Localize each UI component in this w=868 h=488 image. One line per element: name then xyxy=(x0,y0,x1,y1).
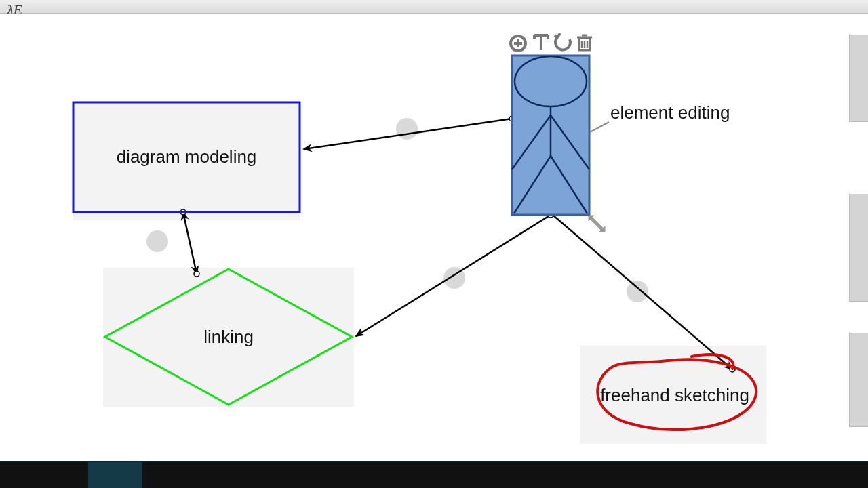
node-element-editing-label: element editing xyxy=(610,102,730,123)
edge-midpoint-handle[interactable] xyxy=(396,118,418,140)
resize-handle-icon[interactable] xyxy=(589,216,605,232)
footer-bar xyxy=(0,461,868,488)
app-toolbar: λE xyxy=(0,0,868,14)
add-icon[interactable] xyxy=(511,36,526,51)
diagram-canvas[interactable]: diagram modeling linking element editing… xyxy=(0,14,868,461)
text-icon[interactable] xyxy=(534,35,548,50)
label-leader-line xyxy=(590,122,609,132)
diagram-svg: diagram modeling linking element editing… xyxy=(0,14,868,461)
node-freehand-sketching-label: freehand sketching xyxy=(600,385,749,405)
edge-actor-to-diamond[interactable] xyxy=(356,215,551,336)
rotate-icon[interactable] xyxy=(555,33,570,50)
svg-line-24 xyxy=(590,217,604,230)
edge-midpoint-handle[interactable] xyxy=(146,230,168,252)
element-toolbar xyxy=(511,33,592,51)
svg-point-5 xyxy=(515,56,587,106)
edge-rect-to-diamond[interactable] xyxy=(183,212,197,274)
edge-midpoint-handle[interactable] xyxy=(627,281,648,302)
node-diagram-modeling-label: diagram modeling xyxy=(117,146,257,167)
delete-icon[interactable] xyxy=(577,35,592,50)
node-linking-label: linking xyxy=(203,327,254,347)
side-panel-handle-top[interactable] xyxy=(849,34,868,122)
node-element-editing[interactable] xyxy=(512,56,589,215)
svg-point-2 xyxy=(194,271,199,277)
side-panel-handle-bottom[interactable] xyxy=(849,332,868,427)
side-panel-handle-mid[interactable] xyxy=(849,193,868,302)
footer-active-tab[interactable] xyxy=(88,462,142,488)
